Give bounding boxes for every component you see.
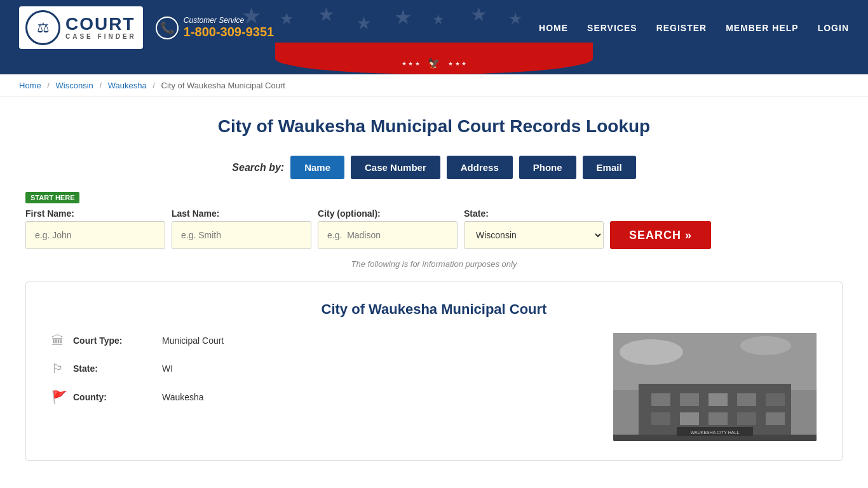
nav-register[interactable]: REGISTER	[656, 23, 707, 33]
county-icon: 🚩	[51, 390, 67, 405]
start-badge: START HERE	[25, 192, 79, 203]
search-button[interactable]: SEARCH »	[610, 221, 711, 249]
first-name-field: First Name:	[25, 208, 165, 249]
row-inner-state: 🏳 State: WI	[51, 361, 173, 376]
main-content: City of Waukesha Municipal Court Records…	[0, 97, 868, 480]
city-label: City (optional):	[318, 208, 458, 219]
breadcrumb: Home / Wisconsin / Waukesha / City of Wa…	[0, 74, 868, 97]
svg-rect-6	[680, 393, 699, 406]
nav-services[interactable]: SERVICES	[587, 23, 637, 33]
ribbon-area: ★ ★ ★ 🦅 ★ ★ ★	[0, 55, 868, 74]
star-2: ★	[280, 10, 294, 28]
svg-rect-5	[651, 393, 670, 406]
breadcrumb-current: City of Waukesha Municipal Court	[161, 81, 285, 90]
phone-icon: 📞	[156, 17, 179, 39]
tab-address[interactable]: Address	[447, 156, 513, 179]
tab-name[interactable]: Name	[290, 156, 344, 179]
tab-phone[interactable]: Phone	[519, 156, 576, 179]
court-card: City of Waukesha Municipal Court 🏛 Court…	[25, 281, 843, 461]
row-inner-type: 🏛 Court Type: Municipal Court	[51, 333, 224, 348]
search-tabs-row: Search by: Name Case Number Address Phon…	[25, 156, 843, 179]
phone-text: Customer Service 1-800-309-9351	[184, 16, 274, 39]
court-type-label: Court Type:	[73, 336, 156, 346]
first-name-label: First Name:	[25, 208, 165, 219]
nav-member-help[interactable]: MEMBER HELP	[726, 23, 798, 33]
svg-rect-12	[709, 412, 728, 425]
court-type-icon: 🏛	[51, 334, 67, 348]
breadcrumb-home[interactable]: Home	[19, 81, 41, 90]
court-info-row-county: 🚩 County: Waukesha	[51, 389, 588, 405]
eagle-icon: 🦅	[428, 57, 440, 69]
star-3: ★	[318, 3, 335, 25]
ribbon-stars-right: ★ ★ ★	[448, 60, 466, 67]
svg-rect-9	[766, 393, 785, 406]
last-name-field: Last Name:	[172, 208, 311, 249]
svg-rect-13	[737, 412, 756, 425]
star-6: ★	[432, 11, 445, 28]
county-label: County:	[73, 392, 156, 402]
state-label: State:	[464, 208, 604, 219]
star-4: ★	[356, 13, 372, 34]
search-by-label: Search by:	[232, 162, 284, 173]
nav-home[interactable]: HOME	[539, 23, 568, 33]
court-info-row-state: 🏳 State: WI	[51, 361, 588, 376]
breadcrumb-wisconsin[interactable]: Wisconsin	[56, 81, 93, 90]
last-name-input[interactable]	[172, 221, 311, 249]
header-phone: 📞 Customer Service 1-800-309-9351	[156, 16, 274, 39]
search-form: First Name: Last Name: City (optional): …	[25, 208, 843, 249]
state-info-value: WI	[162, 363, 173, 374]
header-left: ⚖ COURT CASE FINDER 📞 Customer Service 1…	[19, 6, 274, 49]
state-info-label: State:	[73, 363, 156, 374]
state-icon: 🏳	[51, 362, 67, 376]
city-field: City (optional):	[318, 208, 458, 249]
phone-label: Customer Service	[184, 16, 274, 25]
ribbon-stars-left: ★ ★ ★	[402, 60, 420, 67]
breadcrumb-sep-3: /	[153, 81, 155, 90]
svg-rect-7	[709, 393, 728, 406]
star-8: ★	[508, 10, 522, 28]
logo-title: COURT	[65, 15, 137, 33]
court-building-svg: WAUKESHA CITY HALL	[613, 333, 817, 441]
court-info-layout: 🏛 Court Type: Municipal Court 🏳 State: W…	[51, 333, 817, 441]
star-7: ★	[470, 3, 487, 25]
breadcrumb-sep-1: /	[47, 81, 50, 90]
main-nav: HOME SERVICES REGISTER MEMBER HELP LOGIN	[539, 23, 849, 33]
svg-point-2	[620, 339, 683, 365]
star-5: ★	[394, 5, 412, 29]
svg-rect-11	[680, 412, 699, 425]
court-card-title: City of Waukesha Municipal Court	[51, 301, 817, 318]
last-name-label: Last Name:	[172, 208, 311, 219]
tab-case-number[interactable]: Case Number	[351, 156, 440, 179]
info-note: The following is for information purpose…	[25, 259, 843, 269]
nav-login[interactable]: LOGIN	[818, 23, 849, 33]
start-badge-wrapper: START HERE	[25, 192, 843, 208]
court-info-row-type: 🏛 Court Type: Municipal Court	[51, 333, 588, 348]
state-select[interactable]: Wisconsin	[464, 221, 604, 249]
breadcrumb-sep-2: /	[99, 81, 102, 90]
logo-subtitle: CASE FINDER	[65, 33, 137, 40]
phone-number: 1-800-309-9351	[184, 25, 274, 39]
svg-rect-14	[766, 412, 785, 425]
breadcrumb-waukesha[interactable]: Waukesha	[108, 81, 147, 90]
tab-email[interactable]: Email	[583, 156, 636, 179]
svg-point-3	[740, 336, 791, 355]
page-title: City of Waukesha Municipal Court Records…	[25, 116, 843, 137]
logo-text: COURT CASE FINDER	[65, 15, 137, 40]
ribbon-curve: ★ ★ ★ 🦅 ★ ★ ★	[275, 43, 593, 74]
svg-rect-10	[651, 412, 670, 425]
logo-seal-icon: ⚖	[25, 10, 60, 45]
county-value: Waukesha	[162, 392, 204, 402]
row-inner-county: 🚩 County: Waukesha	[51, 389, 204, 405]
logo-box: ⚖ COURT CASE FINDER	[19, 6, 143, 49]
first-name-input[interactable]	[25, 221, 165, 249]
court-type-value: Municipal Court	[162, 336, 224, 346]
court-photo: WAUKESHA CITY HALL	[613, 333, 817, 441]
svg-text:WAUKESHA CITY HALL: WAUKESHA CITY HALL	[691, 430, 740, 435]
court-info-details: 🏛 Court Type: Municipal Court 🏳 State: W…	[51, 333, 588, 441]
state-field: State: Wisconsin	[464, 208, 604, 249]
city-input[interactable]	[318, 221, 458, 249]
svg-rect-8	[737, 393, 756, 406]
